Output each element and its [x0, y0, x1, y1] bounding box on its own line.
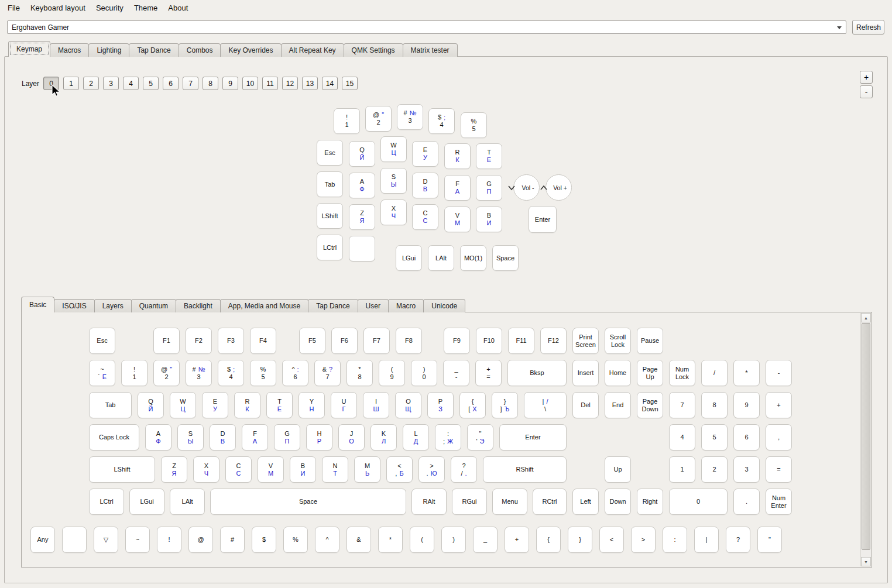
key-sym-25[interactable]: %5 [461, 112, 487, 138]
key-sym-7b[interactable]: {[Х [459, 392, 486, 418]
picker-tab-quantum[interactable]: Quantum [131, 299, 176, 312]
key-sym-40[interactable]: @"2 [153, 360, 180, 386]
tab-combos[interactable]: Combos [179, 43, 221, 57]
key-lalt[interactable]: LAlt [170, 489, 205, 515]
key-q[interactable]: QЙ [349, 141, 375, 167]
layer-button-8[interactable]: 8 [203, 77, 218, 90]
scrollbar-up-arrow[interactable]: ▲ [861, 313, 871, 322]
key-sym-3d[interactable]: = [766, 456, 792, 483]
layer-button-6[interactable]: 6 [163, 77, 179, 90]
layer-button-12[interactable]: 12 [282, 77, 298, 90]
key-space[interactable]: Space [492, 245, 519, 271]
zoom-in-button[interactable]: + [860, 71, 873, 84]
key-p[interactable]: PЗ [427, 392, 454, 418]
key-sym-3f[interactable]: ? [726, 527, 750, 553]
key-c[interactable]: CС [225, 456, 252, 483]
picker-scrollbar[interactable]: ▲ ▼ [860, 313, 871, 566]
layer-button-5[interactable]: 5 [143, 77, 159, 90]
menu-item-about[interactable]: About [163, 1, 193, 15]
key-sym-21[interactable]: !1 [334, 108, 360, 134]
key-v[interactable]: VМ [444, 207, 471, 232]
key-sym-7b[interactable]: { [536, 527, 561, 553]
key-home[interactable]: Home [605, 360, 631, 386]
key-a[interactable]: AФ [349, 173, 375, 198]
key-blank[interactable] [62, 527, 87, 553]
layer-button-14[interactable]: 14 [322, 77, 338, 90]
key-sym-2c[interactable]: , [766, 424, 792, 451]
tab-tap-dance[interactable]: Tap Dance [129, 43, 179, 57]
key-2[interactable]: 2 [701, 456, 728, 483]
key-y[interactable]: YН [299, 392, 325, 418]
layer-button-11[interactable]: 11 [262, 77, 278, 90]
key-t[interactable]: TЕ [476, 143, 502, 169]
key-b[interactable]: BИ [476, 207, 502, 232]
key-sym-2e[interactable]: . [733, 489, 760, 515]
key-1[interactable]: 1 [669, 456, 695, 483]
key-sym-3c[interactable]: <,Б [386, 456, 413, 483]
key-scroll-lock[interactable]: Scroll Lock [605, 328, 631, 354]
picker-tab-backlight[interactable]: Backlight [176, 299, 221, 312]
key-sym-23[interactable]: #№3 [397, 104, 423, 130]
picker-tab-basic[interactable]: Basic [21, 297, 54, 312]
key-9[interactable]: 9 [733, 392, 760, 418]
key-f[interactable]: FА [242, 424, 268, 451]
key-c[interactable]: CС [412, 204, 438, 230]
key-sym-2b[interactable]: + [505, 527, 529, 553]
keyboard-select[interactable]: Ergohaven Gamer [7, 20, 846, 34]
key-5[interactable]: 5 [701, 424, 728, 451]
key-sym-2a[interactable]: *8 [346, 360, 373, 386]
key-blank[interactable] [349, 236, 375, 262]
layer-button-10[interactable]: 10 [242, 77, 258, 90]
key-f1[interactable]: F1 [153, 328, 180, 354]
layer-button-9[interactable]: 9 [222, 77, 238, 90]
key-sym-7c[interactable]: | [694, 527, 719, 553]
key-tab[interactable]: Tab [317, 171, 343, 197]
key-lshift[interactable]: LShift [89, 456, 155, 483]
key-f[interactable]: FА [444, 175, 471, 201]
key-h[interactable]: HР [306, 424, 332, 451]
key-bksp[interactable]: Bksp [507, 360, 567, 386]
key-sym-7d[interactable]: }]Ъ [492, 392, 518, 418]
key-o[interactable]: OЩ [395, 392, 421, 418]
zoom-out-button[interactable]: - [860, 85, 873, 98]
refresh-button[interactable]: Refresh [852, 20, 884, 35]
key-sym-25bd[interactable]: ▽ [94, 527, 118, 553]
key-v[interactable]: VМ [258, 456, 284, 483]
key-j[interactable]: JО [338, 424, 365, 451]
key-sym-22[interactable]: " [757, 527, 782, 553]
key-f6[interactable]: F6 [331, 328, 358, 354]
key-sym-24[interactable]: $;4 [428, 108, 455, 134]
key-f11[interactable]: F11 [508, 328, 534, 354]
key-sym-21[interactable]: !1 [121, 360, 147, 386]
key-page-up[interactable]: Page Up [637, 360, 663, 386]
key-e[interactable]: EУ [412, 141, 438, 167]
key-sym-28[interactable]: (9 [379, 360, 405, 386]
layer-button-1[interactable]: 1 [63, 77, 79, 90]
key-sym-40[interactable]: @"2 [365, 106, 392, 132]
tab-matrix-tester[interactable]: Matrix tester [403, 43, 458, 57]
layer-button-15[interactable]: 15 [342, 77, 358, 90]
key-s[interactable]: SЫ [177, 424, 204, 451]
key-ralt[interactable]: RAlt [411, 489, 447, 515]
key-b[interactable]: BИ [290, 456, 316, 483]
key-sym-5f[interactable]: _ [473, 527, 498, 553]
key-sym-3f[interactable]: ?/. [451, 456, 477, 483]
key-f12[interactable]: F12 [540, 328, 567, 354]
key-tab[interactable]: Tab [89, 392, 132, 418]
key-x[interactable]: XЧ [380, 200, 407, 225]
key-num-enter[interactable]: Num Enter [766, 489, 792, 515]
key-g[interactable]: GП [274, 424, 300, 451]
key-sym-5e[interactable]: ^:6 [282, 360, 308, 386]
key-f4[interactable]: F4 [250, 328, 276, 354]
key-r[interactable]: RК [444, 143, 471, 169]
key-4[interactable]: 4 [669, 424, 695, 451]
key-sym-23[interactable]: # [220, 527, 245, 553]
picker-tab-macro[interactable]: Macro [388, 299, 424, 312]
menu-item-file[interactable]: File [2, 1, 25, 15]
key-sym-25[interactable]: %5 [250, 360, 276, 386]
key-sym-21[interactable]: ! [157, 527, 181, 553]
key-g[interactable]: GП [476, 175, 502, 201]
picker-tab-layers[interactable]: Layers [94, 299, 132, 312]
key-sym-2a[interactable]: * [378, 527, 403, 553]
key-sym-26[interactable]: & [346, 527, 371, 553]
